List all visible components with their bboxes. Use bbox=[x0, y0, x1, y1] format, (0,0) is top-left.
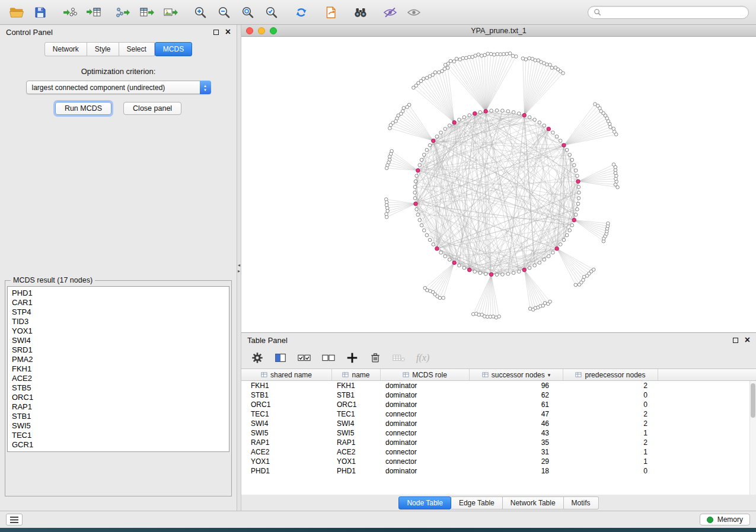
mcds-result-item[interactable]: SWI5 bbox=[12, 421, 225, 431]
mcds-result-item[interactable]: ORC1 bbox=[12, 393, 225, 402]
close-panel-button[interactable]: Close panel bbox=[123, 102, 181, 115]
tab-node-table[interactable]: Node Table bbox=[398, 496, 451, 509]
mcds-result-item[interactable]: YOX1 bbox=[12, 326, 225, 336]
application-window: Control Panel × NetworkStyleSelectMCDS O… bbox=[0, 0, 756, 532]
memory-status-icon bbox=[707, 517, 713, 523]
tab-select[interactable]: Select bbox=[119, 42, 155, 56]
hide-graphics-button[interactable] bbox=[381, 4, 400, 21]
table-row[interactable]: PHD1PHD1dominator180 bbox=[241, 466, 756, 476]
apply-layout-button[interactable] bbox=[292, 4, 311, 21]
column-header-name[interactable]: name bbox=[332, 369, 381, 380]
tab-style[interactable]: Style bbox=[87, 42, 119, 56]
panel-splitter[interactable]: ◂ ▸ bbox=[237, 25, 241, 511]
share-document-button[interactable] bbox=[321, 4, 340, 21]
zoom-fit-button[interactable] bbox=[238, 4, 257, 21]
network-canvas[interactable] bbox=[241, 37, 756, 332]
export-image-button[interactable] bbox=[161, 4, 180, 21]
criterion-dropdown[interactable]: largest connected component (undirected)… bbox=[26, 81, 211, 94]
table-row[interactable]: SWI4SWI4dominator462 bbox=[241, 419, 756, 428]
table-row[interactable]: YOX1YOX1connector291 bbox=[241, 457, 756, 466]
mcds-result-item[interactable]: STB5 bbox=[12, 383, 225, 393]
delete-column-button[interactable] bbox=[369, 351, 382, 364]
export-image-icon bbox=[163, 5, 178, 20]
table-row[interactable]: ORC1ORC1dominator610 bbox=[241, 400, 756, 409]
mcds-result-item[interactable]: STB1 bbox=[12, 412, 225, 421]
tab-motifs[interactable]: Motifs bbox=[564, 496, 599, 509]
global-search bbox=[588, 6, 749, 19]
zoom-selected-button[interactable] bbox=[262, 4, 281, 21]
table-scrollbar[interactable] bbox=[749, 381, 756, 495]
import-table-button[interactable] bbox=[84, 4, 103, 21]
mcds-result-item[interactable]: CAR1 bbox=[12, 298, 225, 307]
mcds-result-item[interactable]: RAP1 bbox=[12, 402, 225, 412]
run-mcds-button[interactable]: Run MCDS bbox=[55, 102, 111, 115]
zoom-selected-icon bbox=[264, 5, 279, 20]
search-input[interactable] bbox=[605, 8, 743, 17]
show-column-button[interactable] bbox=[274, 351, 287, 364]
network-window: YPA_prune.txt_1 bbox=[241, 25, 756, 333]
zoom-out-button[interactable] bbox=[215, 4, 234, 21]
mcds-result-list[interactable]: PHD1CAR1STP4TID3YOX1SWI4SRD1PMA2FKH1ACE2… bbox=[7, 286, 229, 452]
save-session-button[interactable] bbox=[31, 4, 50, 21]
mcds-result-item[interactable]: STP4 bbox=[12, 307, 225, 317]
float-table-panel-button[interactable] bbox=[733, 338, 738, 343]
mcds-result-item[interactable]: SWI4 bbox=[12, 336, 225, 345]
close-window-button[interactable] bbox=[246, 27, 253, 34]
table-row[interactable]: TEC1TEC1connector472 bbox=[241, 409, 756, 419]
column-header-predecessor-nodes[interactable]: predecessor nodes bbox=[563, 369, 658, 380]
control-panel-header: Control Panel × bbox=[0, 25, 237, 39]
mcds-result-group: MCDS result (17 nodes) PHD1CAR1STP4TID3Y… bbox=[5, 276, 232, 496]
table-row[interactable]: RAP1RAP1dominator352 bbox=[241, 438, 756, 447]
main-toolbar bbox=[0, 0, 756, 25]
settings-gear-icon bbox=[251, 351, 264, 364]
expand-right-icon[interactable]: ▸ bbox=[238, 269, 240, 273]
add-column-button[interactable] bbox=[346, 351, 359, 364]
tab-network[interactable]: Network bbox=[44, 42, 87, 56]
export-network-button[interactable] bbox=[114, 4, 133, 21]
column-header-mcds-role[interactable]: MCDS role bbox=[381, 369, 470, 380]
table-row[interactable]: STB1STB1dominator620 bbox=[241, 390, 756, 400]
show-graphics-button[interactable] bbox=[404, 4, 423, 21]
list-menu-icon bbox=[10, 517, 18, 523]
mcds-result-item[interactable]: TID3 bbox=[12, 317, 225, 326]
table-toolbar: f(x) bbox=[241, 347, 756, 368]
scrollbar-thumb[interactable] bbox=[751, 383, 755, 418]
zoom-fit-icon bbox=[241, 5, 255, 20]
float-panel-button[interactable] bbox=[213, 30, 219, 35]
open-session-button[interactable] bbox=[7, 4, 26, 21]
mcds-result-item[interactable]: GCR1 bbox=[12, 440, 225, 450]
network-graph bbox=[241, 37, 756, 332]
zoom-in-button[interactable] bbox=[191, 4, 210, 21]
mcds-result-title: MCDS result (17 nodes) bbox=[11, 276, 95, 284]
mcds-result-item[interactable]: FKH1 bbox=[12, 364, 225, 374]
collapse-left-icon[interactable]: ◂ bbox=[238, 263, 240, 267]
mcds-result-item[interactable]: SRD1 bbox=[12, 345, 225, 355]
column-header-successor-nodes[interactable]: successor nodes▾ bbox=[470, 369, 563, 380]
zoom-window-button[interactable] bbox=[270, 27, 277, 34]
tab-network-table[interactable]: Network Table bbox=[503, 496, 564, 509]
column-header-shared-name[interactable]: shared name bbox=[241, 369, 332, 380]
status-menu-button[interactable] bbox=[6, 514, 23, 525]
select-all-button[interactable] bbox=[297, 351, 311, 364]
mcds-result-item[interactable]: PMA2 bbox=[12, 355, 225, 364]
zoom-out-icon bbox=[217, 5, 231, 20]
table-settings-button[interactable] bbox=[251, 351, 264, 364]
tab-mcds[interactable]: MCDS bbox=[155, 42, 192, 56]
refresh-layout-icon bbox=[294, 5, 308, 20]
memory-button[interactable]: Memory bbox=[700, 514, 750, 525]
network-window-titlebar[interactable]: YPA_prune.txt_1 bbox=[241, 25, 756, 37]
tab-edge-table[interactable]: Edge Table bbox=[451, 496, 503, 509]
mcds-result-item[interactable]: PHD1 bbox=[12, 289, 225, 298]
close-panel-icon[interactable]: × bbox=[225, 29, 231, 35]
search-network-button[interactable] bbox=[351, 4, 370, 21]
deselect-all-button[interactable] bbox=[321, 351, 336, 364]
mcds-result-item[interactable]: TEC1 bbox=[12, 431, 225, 440]
export-table-button[interactable] bbox=[138, 4, 157, 21]
table-row[interactable]: SWI5SWI5connector431 bbox=[241, 428, 756, 438]
close-table-panel-icon[interactable]: × bbox=[745, 337, 750, 343]
mcds-result-item[interactable]: ACE2 bbox=[12, 374, 225, 383]
import-network-button[interactable] bbox=[60, 4, 79, 21]
table-row[interactable]: FKH1FKH1dominator962 bbox=[241, 381, 756, 390]
table-row[interactable]: ACE2ACE2connector311 bbox=[241, 447, 756, 457]
minimize-window-button[interactable] bbox=[258, 27, 265, 34]
